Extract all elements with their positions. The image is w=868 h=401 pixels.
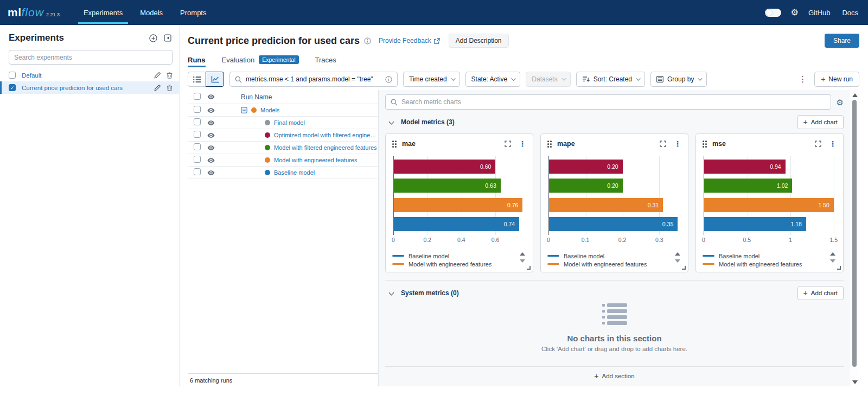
tab-evaluation[interactable]: EvaluationExperimental — [222, 55, 299, 67]
x-axis: 00.20.40.6 — [393, 237, 525, 244]
list-view-button[interactable] — [188, 72, 206, 87]
legend-scroll-up-icon[interactable] — [830, 252, 835, 256]
chart-kebab-menu[interactable]: ⋮ — [829, 139, 837, 148]
resize-handle[interactable] — [682, 266, 686, 270]
resize-handle[interactable] — [837, 266, 841, 270]
add-section-button[interactable]: +Add section — [589, 370, 640, 383]
query-info-icon[interactable] — [385, 76, 392, 83]
search-experiments-input[interactable] — [9, 50, 173, 65]
legend-item-model-with-engineered-features[interactable]: Model with engineered features — [392, 260, 513, 268]
add-chart-button[interactable]: +Add chart — [797, 286, 844, 300]
row-checkbox[interactable] — [194, 131, 201, 138]
legend-item-baseline-model[interactable]: Baseline model — [703, 252, 824, 260]
experiment-item-default[interactable]: Default — [0, 69, 179, 81]
edit-pencil-icon[interactable] — [154, 72, 161, 79]
chart-kebab-menu[interactable]: ⋮ — [519, 139, 526, 148]
visibility-eye-icon[interactable] — [207, 107, 215, 113]
chart-view-button[interactable] — [206, 72, 224, 87]
tab-traces[interactable]: Traces — [315, 56, 336, 67]
nav-link-docs[interactable]: Docs — [842, 9, 858, 17]
nav-tab-prompts[interactable]: Prompts — [175, 0, 212, 25]
toolbar-kebab-menu[interactable]: ⋮ — [796, 74, 809, 84]
experiment-item-current-price-predicion-for-used-cars[interactable]: Current price predicion for used cars — [0, 81, 179, 94]
expand-chart-icon[interactable] — [815, 141, 821, 147]
runs-search-box — [229, 72, 398, 87]
group-by-dropdown[interactable]: Group by — [650, 72, 707, 87]
visibility-eye-icon[interactable] — [207, 94, 215, 100]
row-checkbox[interactable] — [194, 143, 201, 150]
legend-item-baseline-model[interactable]: Baseline model — [547, 252, 668, 260]
add-description-button[interactable]: Add Description — [449, 34, 509, 48]
run-table-header: Run Name — [188, 90, 378, 104]
drag-handle-icon[interactable] — [703, 141, 707, 148]
run-name-link[interactable]: Baseline model — [274, 169, 315, 176]
chart-settings-gear-icon[interactable]: ⚙ — [837, 98, 844, 106]
chart-kebab-menu[interactable]: ⋮ — [674, 139, 681, 148]
info-icon[interactable] — [364, 37, 371, 44]
provide-feedback-link[interactable]: Provide Feedback — [379, 37, 440, 44]
run-name-link[interactable]: Model with filtered engineered features — [274, 144, 377, 151]
run-name-link[interactable]: Models — [260, 107, 279, 113]
row-checkbox[interactable] — [194, 168, 201, 175]
tab-runs[interactable]: Runs — [188, 56, 206, 67]
run-name-link[interactable]: Model with engineered features — [274, 157, 357, 163]
legend-item-model-with-engineered-features[interactable]: Model with engineered features — [547, 260, 668, 268]
legend-scroll-up-icon[interactable] — [520, 252, 525, 256]
experiment-checkbox[interactable] — [9, 72, 16, 79]
runs-search-input[interactable] — [246, 75, 381, 83]
nav-tab-experiments[interactable]: Experiments — [78, 0, 128, 25]
nav-tab-models[interactable]: Models — [135, 0, 168, 25]
search-icon — [235, 76, 242, 83]
legend-scroll-down-icon[interactable] — [830, 259, 835, 263]
state-dropdown[interactable]: State: Active — [465, 72, 521, 87]
delete-trash-icon[interactable] — [167, 72, 173, 79]
run-name-link[interactable]: Optimized model with filtered engineered… — [274, 132, 378, 138]
chevron-down-icon[interactable] — [389, 119, 394, 124]
visibility-eye-icon[interactable] — [207, 132, 215, 138]
scroll-down-arrow[interactable] — [852, 380, 858, 384]
expand-chart-icon[interactable] — [660, 141, 666, 147]
time-created-dropdown[interactable]: Time created — [403, 72, 460, 87]
share-button[interactable]: Share — [825, 34, 859, 48]
new-experiment-icon[interactable] — [149, 34, 157, 42]
drag-handle-icon[interactable] — [392, 141, 397, 148]
row-checkbox[interactable] — [194, 118, 201, 125]
theme-toggle[interactable] — [765, 9, 781, 17]
nav-link-github[interactable]: GitHub — [808, 9, 830, 17]
legend-item-model-with-engineered-features[interactable]: Model with engineered features — [703, 260, 824, 268]
legend-scroll-down-icon[interactable] — [675, 259, 680, 263]
scrollbar-thumb[interactable] — [852, 100, 857, 367]
chart-legend: Baseline modelModel with engineered feat… — [547, 252, 681, 268]
new-run-button[interactable]: +New run — [814, 72, 859, 87]
time-created-label: Time created — [409, 75, 447, 83]
expand-chart-icon[interactable] — [505, 141, 511, 147]
edit-pencil-icon[interactable] — [154, 85, 161, 91]
scroll-up-arrow[interactable] — [852, 93, 858, 97]
run-name-link[interactable]: Final model — [274, 119, 305, 126]
settings-gear-icon[interactable]: ⚙ — [791, 8, 799, 17]
legend-item-baseline-model[interactable]: Baseline model — [392, 252, 513, 260]
datasets-dropdown[interactable]: Datasets — [526, 72, 570, 87]
add-chart-button[interactable]: +Add chart — [797, 115, 844, 129]
collapse-group-icon[interactable] — [241, 107, 247, 113]
row-checkbox[interactable] — [194, 156, 201, 163]
legend-scroll-up-icon[interactable] — [675, 252, 680, 256]
drag-handle-icon[interactable] — [547, 141, 552, 148]
row-checkbox[interactable] — [194, 106, 201, 113]
sort-dropdown[interactable]: Sort: Created — [576, 72, 645, 87]
experiment-checkbox[interactable] — [9, 84, 16, 91]
chevron-down-icon[interactable] — [389, 290, 394, 295]
visibility-eye-icon[interactable] — [207, 170, 215, 176]
visibility-eye-icon[interactable] — [207, 145, 215, 151]
select-all-checkbox[interactable] — [194, 93, 201, 100]
collapse-sidebar-icon[interactable] — [164, 34, 171, 42]
x-tick-label: 1 — [789, 237, 792, 243]
legend-scroll-down-icon[interactable] — [520, 259, 525, 263]
visibility-eye-icon[interactable] — [207, 157, 215, 163]
visibility-eye-icon[interactable] — [207, 120, 215, 126]
delete-trash-icon[interactable] — [167, 85, 173, 91]
experiment-link[interactable]: Default — [22, 72, 154, 79]
experiment-link[interactable]: Current price predicion for used cars — [22, 85, 154, 91]
resize-handle[interactable] — [527, 266, 531, 270]
metric-chart-search-input[interactable] — [401, 98, 826, 106]
